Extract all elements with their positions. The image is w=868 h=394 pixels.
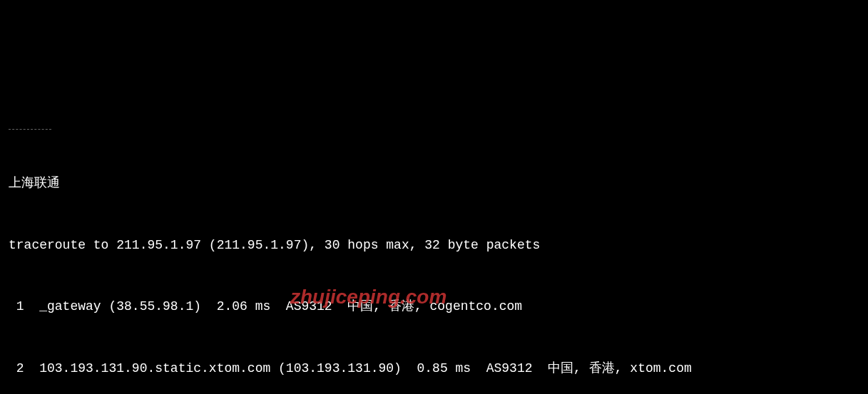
header-title: 上海联通 — [9, 173, 859, 194]
hop-row: 2 103.193.131.90.static.xtom.com (103.19… — [9, 358, 859, 379]
terminal-output: 上海联通 traceroute to 211.95.1.97 (211.95.1… — [9, 88, 859, 394]
divider — [9, 129, 51, 130]
watermark-text: zhujiceping.com — [290, 281, 446, 313]
traceroute-summary: traceroute to 211.95.1.97 (211.95.1.97),… — [9, 235, 859, 256]
